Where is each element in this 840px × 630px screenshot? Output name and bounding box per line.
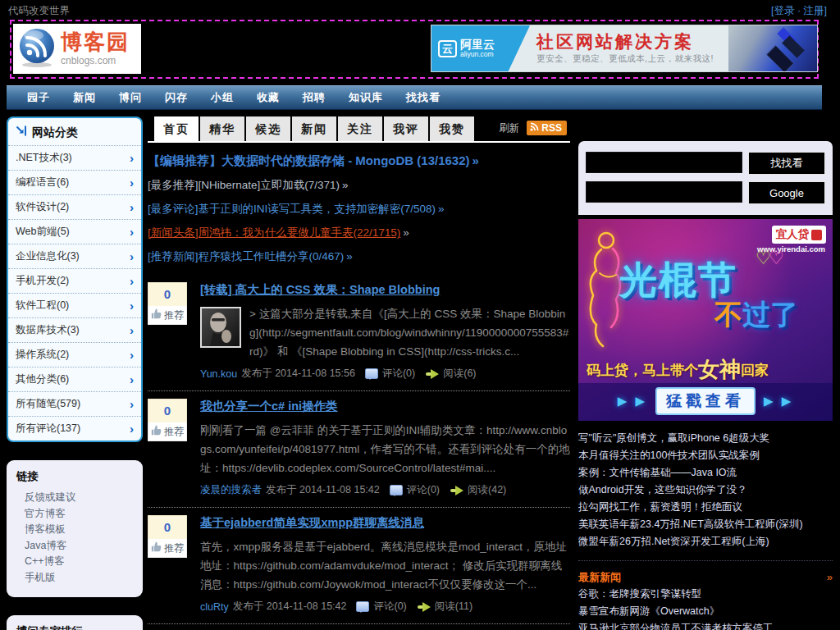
headline-most-commented[interactable]: [最多评论]基于正则的INI读写工具类，支持加密解密(7/508)» (148, 202, 570, 217)
chevron-right-icon: › (130, 201, 134, 213)
google-search-button[interactable]: Google (748, 181, 825, 204)
category-panel-title: 网站分类 (32, 126, 78, 140)
category-item[interactable]: 编程语言(6) › (8, 170, 141, 194)
yirendai-logo-icon (811, 230, 822, 240)
category-item[interactable]: 数据库技术(3) › (8, 317, 141, 342)
author-avatar[interactable] (200, 307, 241, 348)
post-author-link[interactable]: 凌晨的搜索者 (200, 483, 262, 497)
post-date: 发布于 2014-11-08 15:56 (241, 367, 355, 381)
recommend-label: 推荐 (164, 308, 184, 322)
nav-item[interactable]: 闪存 (165, 90, 188, 105)
promo-news-link[interactable]: 美联英语年薪23.4万招.NET高级软件工程师(深圳) (578, 516, 833, 533)
zzk-search-button[interactable]: 找找看 (748, 152, 825, 175)
nav-item[interactable]: 收藏 (257, 90, 280, 105)
yirendai-ad[interactable]: 宜人贷 www.yirendai.com 光棍节 ♡♡ 不过了 码上贷，马上带个… (578, 219, 833, 421)
headline-top-news[interactable]: [新闻头条]周鸿祎：我为什么要做儿童手表(22/1715)» (148, 226, 570, 240)
aliyun-banner-ad[interactable]: 云 阿里云 aliyun.com 社区网站解决方案 更安全、更稳定、更低成本,上… (431, 25, 818, 72)
category-item[interactable]: 其他分类(6) › (8, 367, 141, 391)
latest-news-more-link[interactable]: » (827, 568, 833, 586)
rss-button[interactable]: RSS (527, 121, 567, 135)
tab-my-comments[interactable]: 我评 (384, 116, 428, 141)
post-reads-link[interactable]: 阅读(6) (443, 367, 476, 381)
cta-arrows-left: ▶ ▶ (618, 394, 647, 409)
post-author-link[interactable]: cluRty (200, 601, 229, 613)
post-comments-link[interactable]: 评论(0) (382, 367, 415, 381)
nav-item[interactable]: 找找看 (406, 90, 441, 105)
nav-item[interactable]: 新闻 (73, 90, 96, 105)
headline-most-digged[interactable]: [最多推荐][NHibernate]立即加载(7/371)» (148, 178, 570, 193)
sidebar-link[interactable]: Java博客 (16, 538, 133, 555)
category-item[interactable]: 所有随笔(579) › (8, 391, 141, 416)
tab-follow[interactable]: 关注 (338, 116, 382, 141)
headline-recommended-news[interactable]: [推荐新闻]程序猿找工作吐槽分享(0/467)» (148, 249, 570, 264)
category-item[interactable]: 所有评论(137) › (8, 416, 141, 441)
category-list: .NET技术(3) › 编程语言(6) › 软件设计(2) › Web前端(5)… (8, 145, 141, 441)
digg-box: 0 推荐 (148, 282, 187, 381)
category-item[interactable]: 软件工程(0) › (8, 293, 141, 317)
sidebar-link[interactable]: C++博客 (16, 554, 133, 570)
recommend-button[interactable]: 推荐 (148, 306, 187, 325)
category-item-label: 软件设计(2) (16, 200, 69, 214)
tab-my-likes[interactable]: 我赞 (430, 116, 474, 141)
nav-item[interactable]: 博问 (119, 90, 142, 105)
chevron-right-icon: › (130, 176, 134, 189)
promo-news-link[interactable]: 写"听云"原创博文，赢取iPhone 6超级大奖 (578, 430, 833, 447)
sidebar-link[interactable]: 反馈或建议 (16, 490, 133, 506)
tab-news[interactable]: 新闻 (292, 116, 336, 141)
post-author-link[interactable]: Yun.kou (200, 368, 237, 380)
comment-icon (390, 485, 403, 495)
sidebar-link[interactable]: 博客模板 (16, 522, 133, 538)
experts-panel-title: 博问专家排行 (16, 624, 133, 630)
yirendai-brand: 宜人贷 (776, 227, 810, 242)
recommend-button[interactable]: 推荐 (148, 539, 187, 558)
post-reads-link[interactable]: 阅读(11) (435, 600, 472, 614)
recommend-button[interactable]: 推荐 (148, 422, 187, 441)
category-item[interactable]: 企业信息化(3) › (8, 244, 141, 268)
post-item: 0 推荐 基于ejabberd简单实现xmpp群聊离线消息 首先，xmpp服务器… (148, 508, 570, 624)
post-comments-link[interactable]: 评论(0) (373, 600, 406, 614)
google-search-input[interactable] (586, 181, 742, 203)
cnblogs-logo-icon (17, 27, 57, 71)
promo-news-link[interactable]: 微盟年薪26万招.Net资深开发工程师(上海) (578, 533, 833, 550)
category-item-label: 操作系统(2) (16, 348, 69, 362)
post-title[interactable]: 我也分享一个c# ini操作类 (200, 399, 338, 414)
nav-item[interactable]: 招聘 (303, 90, 326, 105)
promo-news-link[interactable]: 案例：文件传输基础——Java IO流 (578, 464, 833, 482)
nav-item[interactable]: 小组 (211, 90, 234, 105)
zzk-search-input[interactable] (586, 152, 742, 173)
latest-news-link[interactable]: 谷歌：老牌搜索引擎谋转型 (578, 586, 833, 603)
post-date: 发布于 2014-11-08 15:42 (266, 483, 380, 497)
ad-cta-button[interactable]: 猛戳查看 (655, 387, 756, 415)
main-nav: 园子新闻博问闪存小组收藏招聘知识库找找看 (7, 85, 822, 110)
site-slogan: 代码改变世界 (8, 4, 70, 18)
category-item[interactable]: 软件设计(2) › (8, 194, 141, 219)
latest-news-link[interactable]: 亚马逊北京部分物流员工不满考核方案停工 (578, 620, 833, 630)
sidebar-link[interactable]: 官方博客 (16, 506, 133, 523)
digg-box: 0 推荐 (148, 399, 187, 497)
post-reads-link[interactable]: 阅读(42) (468, 483, 506, 497)
promo-news-link[interactable]: 本月值得关注的100件技术团队实战案例 (578, 447, 833, 464)
promo-news-link[interactable]: 拉勾网找工作，薪资透明！拒绝面议 (578, 499, 833, 516)
tab-candidate[interactable]: 候选 (246, 116, 290, 141)
site-logo[interactable]: 博客园 cnblogs.com (13, 24, 141, 74)
featured-headline[interactable]: 【编辑推荐】大数据时代的数据存储 - MongoDB (13/1632)» (148, 153, 570, 169)
category-item-label: 其他分类(6) (16, 372, 69, 386)
nav-item[interactable]: 知识库 (349, 90, 383, 105)
post-title[interactable]: [转载] 高大上的 CSS 效果：Shape Blobbing (200, 282, 440, 298)
tab-home[interactable]: 首页 (154, 116, 199, 141)
category-item[interactable]: 手机开发(2) › (8, 268, 141, 293)
tab-featured[interactable]: 精华 (200, 116, 244, 141)
category-item[interactable]: .NET技术(3) › (8, 145, 141, 170)
category-item[interactable]: 操作系统(2) › (8, 342, 141, 367)
category-item[interactable]: Web前端(5) › (8, 219, 141, 244)
tab-strip: 首页 精华 候选 新闻 关注 我评 我赞 刷新 RSS (148, 116, 570, 143)
promo-news-link[interactable]: 做Android开发，这些知识你学了没？ (578, 482, 833, 499)
sidebar-link[interactable]: 手机版 (16, 570, 133, 587)
post-title[interactable]: 基于ejabberd简单实现xmpp群聊离线消息 (200, 515, 424, 531)
post-comments-link[interactable]: 评论(0) (407, 483, 440, 497)
latest-news-link[interactable]: 暴雪宣布新网游《Overwatch》 (578, 603, 833, 620)
nav-item[interactable]: 园子 (27, 90, 50, 105)
links-list: 反馈或建议官方博客博客模板Java博客C++博客手机版 (16, 490, 133, 586)
login-register-link[interactable]: [登录 · 注册] (771, 4, 827, 18)
refresh-button[interactable]: 刷新 (499, 121, 519, 135)
